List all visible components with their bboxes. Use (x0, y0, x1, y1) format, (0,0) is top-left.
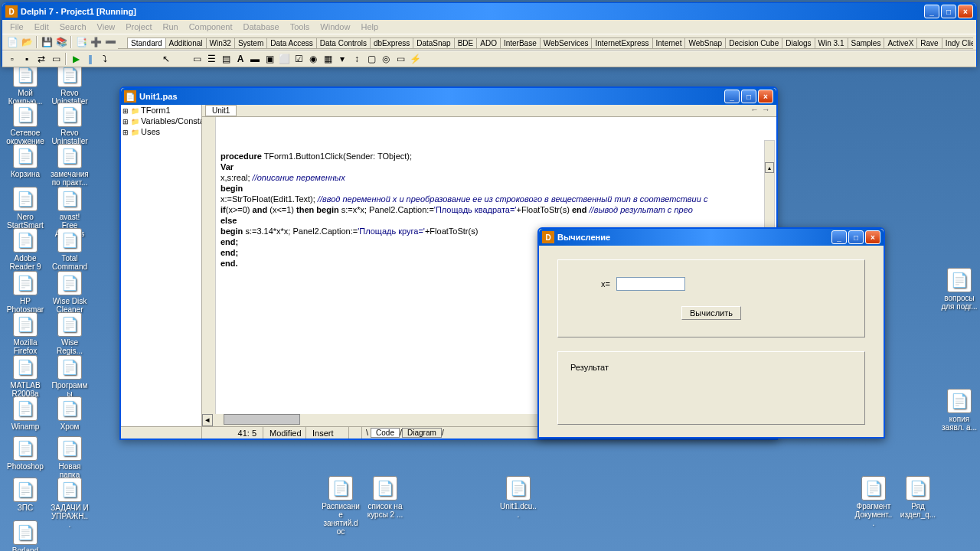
code-explorer-tree[interactable]: TForm1Variables/ConstantsUses (121, 105, 202, 426)
pause-button[interactable]: ‖ (83, 52, 97, 66)
toggle-button[interactable]: ⇄ (34, 52, 48, 66)
comp-edit[interactable]: ▬ (248, 52, 262, 66)
diagram-tab[interactable]: Diagram (402, 428, 442, 438)
code-tab[interactable]: Code (371, 428, 400, 438)
view-unit-button[interactable]: ▫ (5, 52, 19, 66)
desktop-icon[interactable]: 📄Ряд издел_q... (899, 476, 937, 519)
menubar[interactable]: FileEditSearchViewProjectRunComponentDat… (2, 20, 976, 34)
component-tab[interactable]: dbExpress (370, 37, 413, 48)
save-button[interactable]: 💾 (40, 35, 54, 49)
desktop-icon[interactable]: 📄копия заявл. а... (940, 389, 978, 432)
component-tab[interactable]: Dialogs (782, 37, 815, 48)
open-project-button[interactable]: 📑 (74, 35, 88, 49)
desktop-icon[interactable]: 📄Mozilla Firefox (6, 312, 44, 355)
app-close-button[interactable]: × (865, 230, 880, 244)
desktop-icon[interactable]: 📄MATLAB R2008a (6, 355, 44, 398)
component-tab[interactable]: Win32 (206, 37, 235, 48)
component-tab[interactable]: InternetExpress (591, 37, 652, 48)
compute-button[interactable]: Вычислить (681, 306, 741, 320)
component-tab[interactable]: Win 3.1 (815, 37, 848, 48)
component-tab[interactable]: Data Controls (316, 37, 371, 48)
comp-groupbox[interactable]: ▢ (364, 52, 378, 66)
desktop-icon[interactable]: 📄Revo Uninstaller (51, 103, 89, 145)
comp-checkbox[interactable]: ☑ (292, 52, 305, 66)
component-tab[interactable]: Additional (165, 37, 207, 48)
component-tab[interactable]: BDE (454, 37, 478, 48)
desktop-icon[interactable]: 📄Wise Regis... (51, 312, 89, 355)
comp-frames[interactable]: ▭ (190, 52, 204, 66)
desktop-icon[interactable]: 📄Wise Disk Cleaner (51, 271, 89, 314)
app-minimize-button[interactable]: _ (831, 230, 847, 244)
ide-titlebar[interactable]: D Delphi 7 - Project1 [Running] _ □ × (2, 3, 976, 20)
desktop-icon[interactable]: 📄Новая папка (51, 436, 89, 479)
comp-panel[interactable]: ▭ (394, 52, 407, 66)
add-file-button[interactable]: ➕ (89, 35, 103, 49)
menu-run[interactable]: Run (158, 21, 182, 32)
desktop-icon[interactable]: 📄Расписание занятий.doc (322, 476, 360, 536)
desktop-icon[interactable]: 📄ЗАДАЧИ И УПРАЖН... (51, 478, 89, 529)
component-palette-tabs[interactable]: StandardAdditionalWin32SystemData Access… (118, 35, 973, 49)
component-tab[interactable]: WebServices (540, 37, 593, 48)
tree-item[interactable]: Uses (121, 126, 201, 137)
menu-window[interactable]: Window (315, 21, 354, 32)
unit-tab[interactable]: Unit1 (205, 105, 237, 116)
editor-titlebar[interactable]: 📄 Unit1.pas _ □ × (121, 88, 776, 105)
desktop-icon[interactable]: 📄ЗПС (6, 478, 44, 512)
component-tab[interactable]: Data Access (266, 37, 317, 48)
view-form-button[interactable]: ▪ (20, 52, 34, 66)
menu-tools[interactable]: Tools (286, 21, 315, 32)
step-button[interactable]: ⤵ (98, 52, 112, 66)
desktop-icon[interactable]: 📄Корзина (6, 144, 44, 178)
desktop-icon[interactable]: 📄Revo Uninstaller (51, 63, 89, 106)
desktop-icon[interactable]: 📄замечания по практ... (51, 144, 89, 187)
comp-listbox[interactable]: ▦ (321, 52, 335, 66)
comp-mainmenu[interactable]: ☰ (204, 52, 218, 66)
component-tab[interactable]: ActiveX (884, 37, 917, 48)
close-button[interactable]: × (958, 5, 973, 18)
component-tab[interactable]: Samples (848, 37, 885, 48)
comp-scrollbar[interactable]: ↕ (350, 52, 364, 66)
menu-search[interactable]: Search (55, 21, 91, 32)
comp-button[interactable]: ⬜ (277, 52, 291, 66)
desktop-icon[interactable]: 📄Фрагмент Документ... (854, 476, 893, 527)
component-tab[interactable]: Indy Clients (942, 37, 973, 48)
desktop-icon[interactable]: 📄Nero StartSmart (6, 187, 44, 230)
component-tab[interactable]: InterBase (500, 37, 541, 48)
menu-help[interactable]: Help (356, 21, 383, 32)
component-tab[interactable]: Internet (652, 37, 686, 48)
editor-close-button[interactable]: × (758, 90, 773, 103)
x-input[interactable] (616, 277, 685, 291)
minimize-button[interactable]: _ (924, 5, 939, 18)
desktop-icon[interactable]: 📄Photoshop (6, 436, 44, 471)
comp-label[interactable]: A (234, 52, 247, 66)
component-tab[interactable]: System (234, 37, 267, 48)
app-titlebar[interactable]: D Вычисление _ □ × (539, 229, 884, 246)
nav-back-icon[interactable]: ← (750, 105, 759, 116)
open-button[interactable]: 📂 (20, 35, 34, 49)
menu-component[interactable]: Component (185, 21, 237, 32)
desktop-icon[interactable]: 📄Borland Pascal 7.0 (6, 520, 44, 551)
desktop-icon[interactable]: 📄Мой Компью... (6, 63, 44, 106)
new-button[interactable]: 📄 (5, 35, 19, 49)
desktop-icon[interactable]: 📄список на курсы 2 ... (366, 476, 404, 519)
desktop-icon[interactable]: 📄Adobe Reader 9 (6, 228, 44, 271)
menu-project[interactable]: Project (121, 21, 156, 32)
menu-database[interactable]: Database (239, 21, 284, 32)
desktop-icon[interactable]: 📄Хром (51, 396, 89, 431)
menu-view[interactable]: View (93, 21, 120, 32)
desktop-icon[interactable]: 📄Сетевое окружение (6, 103, 44, 145)
desktop-icon[interactable]: 📄вопросы для подг... (940, 268, 978, 311)
comp-combobox[interactable]: ▾ (335, 52, 349, 66)
run-button[interactable]: ▶ (69, 52, 83, 66)
app-maximize-button[interactable]: □ (848, 230, 864, 244)
component-tab[interactable]: Decision Cube (725, 37, 782, 48)
maximize-button[interactable]: □ (941, 5, 956, 18)
component-tab[interactable]: Standard (127, 37, 166, 48)
comp-radiobutton[interactable]: ◉ (306, 52, 320, 66)
nav-forward-icon[interactable]: → (762, 105, 770, 116)
comp-actionlist[interactable]: ⚡ (408, 52, 422, 66)
desktop-icon[interactable]: 📄Программы (51, 355, 89, 398)
unit-tabstrip[interactable]: Unit1 ← → (202, 105, 776, 117)
component-tab[interactable]: WebSnap (684, 37, 726, 48)
scroll-thumb[interactable] (224, 414, 300, 425)
